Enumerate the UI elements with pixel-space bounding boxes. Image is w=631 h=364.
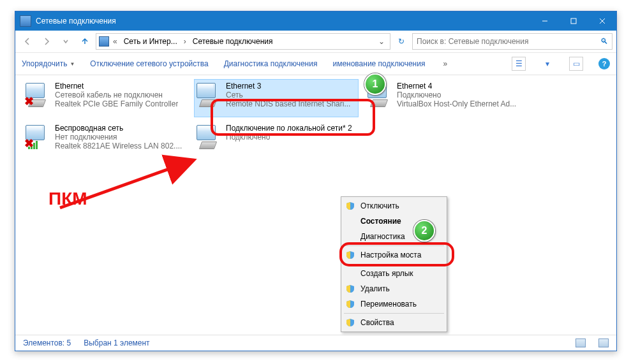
menu-item-delete[interactable]: Удалить	[341, 281, 447, 296]
menu-item-disable[interactable]: Отключить	[341, 198, 447, 214]
menu-item-properties[interactable]: Свойства	[341, 315, 447, 330]
menu-item-rename[interactable]: Переименовать	[341, 296, 447, 312]
minimize-button[interactable]	[530, 11, 559, 31]
rename-button[interactable]: именование подключения	[332, 59, 425, 68]
status-selection: Выбран 1 элемент	[84, 339, 149, 347]
help-button[interactable]: ?	[598, 58, 610, 69]
annotation-label: ПКМ	[48, 189, 87, 209]
search-input[interactable]: Поиск в: Сетевые подключения 🔍︎	[412, 33, 612, 50]
command-bar: Упорядочить▼ Отключение сетевого устройс…	[15, 53, 616, 75]
chevron-right-icon[interactable]: ›	[182, 37, 188, 46]
connection-item[interactable]: Подключение по локальной сети* 2Подключе…	[194, 121, 359, 159]
view-large-icon[interactable]	[598, 339, 609, 347]
title-bar[interactable]: Сетевые подключения	[15, 11, 616, 31]
step-badge-1: 1	[364, 73, 386, 95]
network-adapter-icon: ✖	[26, 82, 51, 107]
breadcrumb-separator[interactable]: «	[112, 37, 119, 46]
search-icon: 🔍︎	[600, 37, 608, 46]
menu-item-shortcut[interactable]: Создать ярлык	[341, 266, 447, 281]
status-bar: Элементов: 5 Выбран 1 элемент	[15, 335, 616, 351]
menu-separator	[344, 313, 444, 314]
context-menu: Отключить Состояние Диагностика Настройк…	[341, 196, 447, 332]
shield-icon	[346, 251, 355, 259]
window: Сетевые подключения « Сеть и Интер... › …	[15, 11, 617, 351]
overflow-button[interactable]: »	[440, 59, 450, 68]
connection-item[interactable]: Ethernet 4ПодключеноVirtualBox Host-Only…	[365, 79, 530, 117]
disable-device-button[interactable]: Отключение сетевого устройства	[90, 59, 208, 68]
shield-icon	[346, 201, 355, 210]
connection-item[interactable]: ✖ Беспроводная сетьНет подключенияRealte…	[23, 121, 188, 159]
view-dropdown[interactable]: ▾	[541, 57, 554, 70]
svg-rect-1	[571, 18, 576, 24]
view-details-icon[interactable]	[575, 339, 586, 347]
app-icon	[20, 15, 31, 27]
diagnose-button[interactable]: Диагностика подключения	[224, 59, 318, 68]
up-button[interactable]	[77, 33, 93, 50]
breadcrumb[interactable]: Сетевые подключения	[190, 37, 276, 46]
step-badge-2: 2	[413, 220, 435, 242]
status-count: Элементов: 5	[23, 339, 71, 347]
network-adapter-icon	[197, 82, 222, 107]
close-button[interactable]	[588, 11, 616, 31]
connection-item[interactable]: ✖ EthernetСетевой кабель не подключенRea…	[23, 79, 188, 117]
shield-icon	[346, 284, 355, 293]
wifi-adapter-icon: ✖	[26, 124, 51, 149]
maximize-button[interactable]	[559, 11, 588, 31]
back-button[interactable]	[19, 33, 36, 50]
items-view[interactable]: ✖ EthernetСетевой кабель не подключенRea…	[15, 75, 616, 335]
organize-menu[interactable]: Упорядочить▼	[22, 59, 75, 68]
window-title: Сетевые подключения	[36, 17, 530, 25]
location-icon	[99, 36, 109, 47]
address-bar-row: « Сеть и Интер... › Сетевые подключения …	[15, 31, 616, 53]
shield-icon	[346, 300, 355, 309]
refresh-button[interactable]: ↻	[393, 37, 410, 46]
breadcrumb[interactable]: Сеть и Интер...	[121, 37, 180, 46]
connection-item-selected[interactable]: Ethernet 3СетьRemote NDIS based Internet…	[194, 79, 359, 117]
address-bar[interactable]: « Сеть и Интер... › Сетевые подключения …	[96, 33, 390, 50]
recent-dropdown[interactable]	[57, 33, 74, 50]
menu-separator	[344, 264, 444, 265]
menu-separator	[344, 245, 444, 246]
menu-item-bridge[interactable]: Настройка моста	[341, 247, 447, 263]
preview-pane-button[interactable]: ▭	[569, 57, 583, 71]
view-button[interactable]: ☰	[512, 57, 526, 71]
forward-button[interactable]	[38, 33, 55, 50]
shield-icon	[346, 318, 355, 327]
network-adapter-icon	[197, 124, 222, 149]
address-dropdown[interactable]: ⌄	[376, 37, 387, 46]
